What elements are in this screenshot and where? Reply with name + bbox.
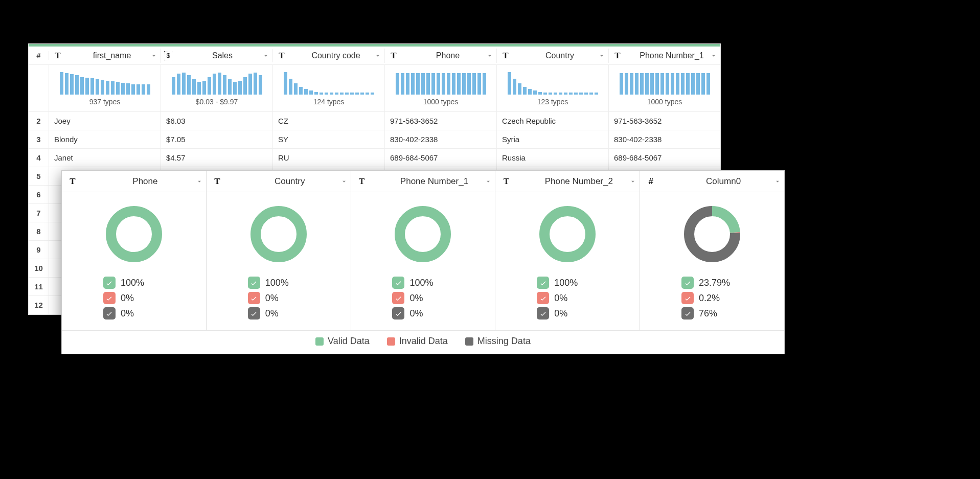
missing-value: 0% bbox=[554, 308, 567, 319]
chevron-down-icon[interactable] bbox=[774, 178, 781, 185]
quality-column-header[interactable]: TPhone Number_1 bbox=[351, 171, 496, 192]
legend-missing-label: Missing Data bbox=[477, 336, 531, 347]
quality-column-header[interactable]: TPhone bbox=[62, 171, 207, 192]
legend-missing: Missing Data bbox=[465, 336, 531, 347]
text-type-icon: T bbox=[276, 51, 287, 61]
row-number: 3 bbox=[29, 130, 49, 148]
chevron-down-icon[interactable] bbox=[486, 52, 493, 59]
cell-value: $7.05 bbox=[166, 135, 186, 144]
table-row[interactable]: 3Blondy$7.05SY830-402-2338Syria830-402-2… bbox=[29, 130, 720, 149]
chevron-down-icon[interactable] bbox=[340, 178, 348, 185]
legend-swatch-valid bbox=[315, 337, 324, 346]
legend-valid: Valid Data bbox=[315, 336, 370, 347]
column-header[interactable]: TPhone Number_1 bbox=[609, 49, 720, 63]
table-cell[interactable]: Blondy bbox=[49, 130, 161, 148]
check-icon bbox=[103, 277, 116, 289]
table-cell[interactable]: $6.03 bbox=[161, 112, 273, 130]
valid-value: 100% bbox=[265, 278, 289, 288]
cell-value: 971-563-3652 bbox=[614, 117, 662, 125]
invalid-stat: 0% bbox=[392, 292, 453, 304]
column-header[interactable]: $Sales bbox=[161, 49, 273, 62]
table-cell[interactable]: $7.05 bbox=[161, 130, 273, 148]
cell-value: Syria bbox=[502, 135, 519, 144]
cell-value: Czech Republic bbox=[502, 117, 556, 125]
distribution-sparkline bbox=[284, 71, 374, 95]
check-icon bbox=[681, 307, 694, 320]
chevron-down-icon[interactable] bbox=[710, 52, 717, 59]
text-type-icon: T bbox=[67, 176, 78, 187]
quality-column-label: Phone Number_2 bbox=[518, 176, 640, 187]
table-cell[interactable]: 830-402-2338 bbox=[385, 130, 497, 148]
cell-value: SY bbox=[278, 135, 288, 144]
missing-stat: 0% bbox=[103, 307, 165, 320]
column-header[interactable]: TCountry code bbox=[273, 49, 385, 63]
table-cell[interactable]: 689-684-5067 bbox=[385, 149, 497, 167]
column-header-label: first_name bbox=[66, 51, 157, 60]
table-cell[interactable]: Syria bbox=[497, 130, 609, 148]
quality-header-row: TPhoneTCountryTPhone Number_1TPhone Numb… bbox=[62, 171, 784, 192]
quality-column-header[interactable]: #Column0 bbox=[640, 171, 784, 192]
column-header-label: Country code bbox=[290, 51, 381, 60]
chevron-down-icon[interactable] bbox=[485, 178, 492, 185]
legend-swatch-invalid bbox=[387, 337, 395, 346]
invalid-value: 0% bbox=[121, 293, 134, 304]
chevron-down-icon[interactable] bbox=[629, 178, 636, 185]
table-cell[interactable]: Joey bbox=[49, 112, 161, 130]
invalid-stat: 0% bbox=[537, 292, 598, 304]
check-icon bbox=[392, 277, 404, 289]
valid-stat: 100% bbox=[392, 277, 453, 289]
quality-column-header[interactable]: TCountry bbox=[207, 171, 351, 192]
column-header[interactable]: TPhone bbox=[385, 49, 497, 63]
valid-stat: 100% bbox=[103, 277, 165, 289]
cell-value: Blondy bbox=[54, 135, 78, 144]
cell-value: $4.57 bbox=[166, 153, 186, 162]
check-icon bbox=[248, 277, 260, 289]
table-cell[interactable]: 830-402-2338 bbox=[609, 130, 720, 148]
column-summary-label: 1000 types bbox=[423, 98, 459, 106]
column-header-label: Phone bbox=[402, 51, 493, 60]
check-icon bbox=[103, 292, 116, 304]
cell-value: 689-684-5067 bbox=[614, 153, 662, 162]
table-row[interactable]: 2Joey$6.03CZ971-563-3652Czech Republic97… bbox=[29, 112, 720, 130]
table-cell[interactable]: Czech Republic bbox=[497, 112, 609, 130]
summary-row: 937 types$0.03 - $9.97124 types1000 type… bbox=[29, 65, 720, 112]
svg-point-6 bbox=[400, 211, 446, 257]
missing-value: 76% bbox=[699, 308, 717, 319]
table-cell[interactable]: CZ bbox=[273, 112, 385, 130]
table-cell[interactable]: Russia bbox=[497, 149, 609, 167]
distribution-sparkline bbox=[60, 71, 150, 95]
text-type-icon: T bbox=[212, 176, 223, 187]
check-icon bbox=[392, 307, 404, 320]
legend-valid-label: Valid Data bbox=[328, 336, 370, 347]
table-row[interactable]: 4Janet$4.57RU689-684-5067Russia689-684-5… bbox=[29, 149, 720, 167]
column-summary: 1000 types bbox=[385, 65, 497, 111]
invalid-value: 0% bbox=[554, 293, 567, 304]
table-cell[interactable]: $4.57 bbox=[161, 149, 273, 167]
column-header[interactable]: Tfirst_name bbox=[49, 49, 161, 63]
chevron-down-icon[interactable] bbox=[598, 52, 605, 59]
table-cell[interactable]: 689-684-5067 bbox=[609, 149, 720, 167]
legend-invalid-label: Invalid Data bbox=[399, 336, 448, 347]
distribution-sparkline bbox=[396, 71, 486, 95]
quality-donut-chart bbox=[681, 203, 743, 265]
row-number: 4 bbox=[29, 149, 49, 167]
chevron-down-icon[interactable] bbox=[196, 178, 203, 185]
chevron-down-icon[interactable] bbox=[374, 52, 381, 59]
column-header[interactable]: TCountry bbox=[497, 49, 609, 63]
table-cell[interactable]: 971-563-3652 bbox=[609, 112, 720, 130]
column-summary-label: 1000 types bbox=[647, 98, 682, 106]
table-cell[interactable]: Janet bbox=[49, 149, 161, 167]
row-number: 10 bbox=[29, 259, 49, 277]
chevron-down-icon[interactable] bbox=[150, 52, 157, 59]
table-cell[interactable]: RU bbox=[273, 149, 385, 167]
row-number-blank bbox=[29, 65, 49, 111]
valid-value: 100% bbox=[409, 278, 433, 288]
table-cell[interactable]: SY bbox=[273, 130, 385, 148]
table-cell[interactable]: 971-563-3652 bbox=[385, 112, 497, 130]
quality-donut-chart bbox=[103, 203, 165, 265]
row-number: 8 bbox=[29, 222, 49, 240]
quality-column-header[interactable]: TPhone Number_2 bbox=[495, 171, 640, 192]
chevron-down-icon[interactable] bbox=[262, 52, 269, 59]
quality-column-label: Phone Number_1 bbox=[374, 176, 495, 187]
cell-value: $6.03 bbox=[166, 117, 186, 125]
